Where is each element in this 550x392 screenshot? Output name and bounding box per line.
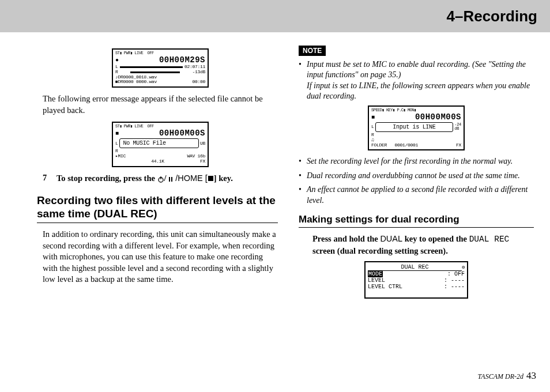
instr-text: Press and hold the xyxy=(312,234,380,243)
right-column: NOTE Input must be set to MIC to enable … xyxy=(294,45,537,304)
note-list: Input must be set to MIC to enable dual … xyxy=(299,59,534,102)
dual-rec-screen-label: DUAL REC xyxy=(469,235,510,244)
lcd-screenshot-recording: ST▮ PWR▮ LIVE OFF ●00H00M29S L02:07:11 R… xyxy=(112,48,209,88)
lcd-time: 00H00M00S xyxy=(159,129,205,138)
menu-mode-val: : OFF xyxy=(447,271,465,277)
dual-rec-intro: In addition to ordinary recording, this … xyxy=(43,229,278,285)
note-text: Input must be set to MIC to enable dual … xyxy=(307,60,526,79)
lcd-top-icons: ST▮ PWR▮ LIVE OFF xyxy=(115,125,154,129)
lcd-file-b: DR0000 0000.wav xyxy=(118,80,193,85)
lcd-pos: 00:00 xyxy=(192,80,205,85)
left-column: ST▮ PWR▮ LIVE OFF ●00H00M29S L02:07:11 R… xyxy=(13,45,278,304)
product-name: TASCAM DR-2d xyxy=(478,372,525,380)
home-key-label: /HOME [ xyxy=(173,174,208,183)
lcd-rate: 44.1K xyxy=(115,159,200,164)
note-item: Input must be set to MIC to enable dual … xyxy=(307,59,534,102)
chapter-header: 4–Recording xyxy=(0,0,550,32)
section-dual-rec-heading: Recording two files with different level… xyxy=(37,194,278,223)
menu-levelctrl-key: LEVEL CTRL xyxy=(368,284,402,290)
lcd-time: 00H00M29S xyxy=(159,56,205,65)
page-body: ST▮ PWR▮ LIVE OFF ●00H00M29S L02:07:11 R… xyxy=(0,32,550,310)
menu-mode-key: MODE xyxy=(368,271,383,277)
dual-key-label: DUAL xyxy=(380,234,402,243)
menu-levelctrl-val: : ---- xyxy=(444,284,465,290)
lcd-screenshot-error: ST▮ PWR▮ LIVE OFF ■00H00M00S LNo MUSIC F… xyxy=(112,122,209,167)
power-icon xyxy=(157,176,164,183)
note-text: If input is set to LINE, the following s… xyxy=(307,81,530,100)
lcd-screenshot-input-line: SPEED▮ KEY▮ P.C▮ MON▮ ■00H00M00S LInput … xyxy=(368,105,465,150)
svg-rect-2 xyxy=(169,177,170,182)
step-text-a: To stop recording, press the xyxy=(56,174,157,183)
instr-text: key to opened the xyxy=(402,234,469,243)
step-number: 7 xyxy=(43,173,51,184)
step-text-b: ] key. xyxy=(214,174,233,183)
chapter-title: 4–Recording xyxy=(447,7,538,25)
lcd-mic: MIC xyxy=(118,154,126,159)
svg-rect-3 xyxy=(171,177,172,182)
lcd-screenshot-dual-rec-menu: DUAL REC⚙ MODE: OFF LEVEL: ---- LEVEL CT… xyxy=(364,261,468,299)
lcd-db: -13dB xyxy=(192,70,205,75)
lcd-error-popup: No MUSIC File xyxy=(119,138,199,148)
step-7: 7 To stop recording, press the / /HOME [… xyxy=(43,173,278,184)
stop-icon xyxy=(208,176,213,181)
note-badge: NOTE xyxy=(299,46,326,56)
lcd-top-icons: SPEED▮ KEY▮ P.C▮ MON▮ xyxy=(371,108,416,113)
menu-level-val: : ---- xyxy=(444,277,465,284)
step-text: To stop recording, press the / /HOME [] … xyxy=(56,173,233,184)
note-list-2: Set the recording level for the first re… xyxy=(299,156,534,206)
dual-rec-instruction: Press and hold the DUAL key to opened th… xyxy=(312,233,534,257)
lcd-line-popup: Input is LINE xyxy=(375,122,454,132)
error-intro-text: The following error message appears if t… xyxy=(43,93,278,116)
lcd-fmt: WAV 16b xyxy=(126,154,205,159)
slash: / xyxy=(164,174,169,183)
lcd-menu-title: DUAL REC xyxy=(368,264,462,271)
menu-level-key: LEVEL xyxy=(368,277,385,284)
instr-text: screen (dual recording setting screen). xyxy=(312,246,448,255)
note-item: Set the recording level for the first re… xyxy=(307,156,534,167)
subsection-settings-heading: Making settings for dual recording xyxy=(299,214,534,228)
lcd-top-icons: ST▮ PWR▮ LIVE OFF xyxy=(115,51,154,56)
lcd-folder: FOLDER 0001/0001 xyxy=(371,143,418,148)
note-item: Dual recording and overdubbing cannot be… xyxy=(307,171,534,181)
page-footer: TASCAM DR-2d 43 xyxy=(478,370,536,382)
page-number: 43 xyxy=(526,370,536,381)
note-item: An effect cannot be applied to a second … xyxy=(307,184,534,206)
lcd-time: 00H00M00S xyxy=(415,113,461,122)
